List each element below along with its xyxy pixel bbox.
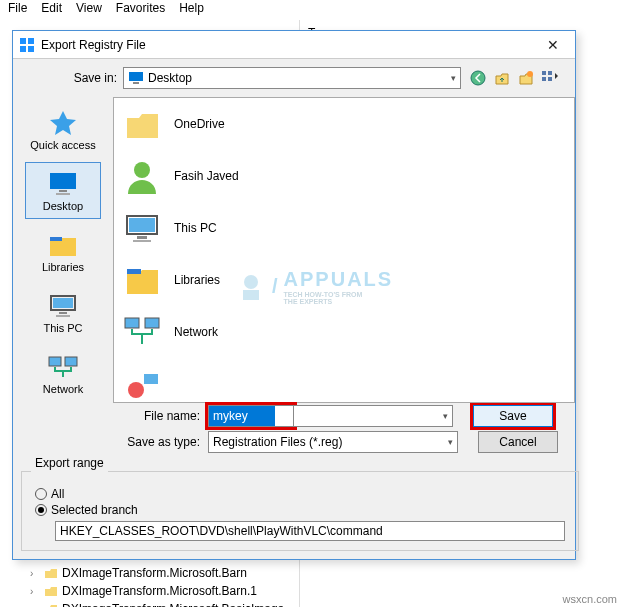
- list-item[interactable]: Network: [114, 306, 574, 358]
- expand-icon[interactable]: ›: [30, 604, 40, 608]
- list-item[interactable]: This PC: [114, 202, 574, 254]
- list-item[interactable]: Libraries: [114, 254, 574, 306]
- item-label: Fasih Javed: [174, 169, 239, 183]
- expand-icon[interactable]: ›: [30, 586, 40, 597]
- folder-icon: [44, 603, 58, 607]
- radio-icon: [35, 504, 47, 516]
- svg-rect-19: [56, 315, 70, 317]
- network-icon: [122, 312, 162, 352]
- desktop-icon: [128, 71, 144, 85]
- save-in-label: Save in:: [13, 71, 123, 85]
- item-label: This PC: [174, 221, 217, 235]
- svg-rect-28: [125, 318, 139, 328]
- close-icon: ✕: [547, 37, 559, 53]
- menu-help[interactable]: Help: [179, 1, 204, 15]
- pc-icon: [122, 208, 162, 248]
- network-icon: [47, 353, 79, 381]
- svg-rect-25: [137, 236, 147, 239]
- menu-edit[interactable]: Edit: [41, 1, 62, 15]
- dialog-form: File name: ▾ Save Save as type: Registra…: [13, 403, 575, 463]
- filename-input-wrap: [208, 405, 294, 427]
- view-menu-button[interactable]: [541, 69, 559, 87]
- svg-rect-11: [548, 77, 552, 81]
- star-icon: [47, 109, 79, 137]
- save-in-value: Desktop: [148, 71, 192, 85]
- item-label: Network: [174, 325, 218, 339]
- new-folder-icon: [518, 70, 534, 86]
- svg-rect-18: [59, 312, 67, 314]
- svg-rect-27: [127, 269, 141, 274]
- chevron-down-icon: ▾: [451, 73, 456, 83]
- radio-all[interactable]: All: [35, 487, 565, 501]
- svg-rect-3: [28, 46, 34, 52]
- chevron-down-icon: ▾: [443, 411, 448, 421]
- list-item[interactable]: Fasih Javed: [114, 150, 574, 202]
- folder-icon: [122, 104, 162, 144]
- savetype-label: Save as type:: [13, 435, 208, 449]
- svg-point-30: [128, 382, 144, 398]
- export-registry-dialog: Export Registry File ✕ Save in: Desktop …: [12, 30, 576, 560]
- close-button[interactable]: ✕: [531, 31, 575, 59]
- menu-file[interactable]: File: [8, 1, 27, 15]
- regedit-icon: [19, 37, 35, 53]
- filename-label: File name:: [13, 409, 208, 423]
- new-folder-button[interactable]: [517, 69, 535, 87]
- svg-rect-10: [548, 71, 552, 75]
- svg-rect-0: [20, 38, 26, 44]
- svg-rect-8: [542, 71, 546, 75]
- nav-quick-access[interactable]: Quick access: [25, 101, 101, 158]
- expand-icon[interactable]: ›: [30, 568, 40, 579]
- nav-label: Desktop: [43, 200, 83, 212]
- filename-input[interactable]: [209, 406, 275, 426]
- menu-view[interactable]: View: [76, 1, 102, 15]
- nav-this-pc[interactable]: This PC: [25, 284, 101, 341]
- radio-all-label: All: [51, 487, 64, 501]
- back-button[interactable]: [469, 69, 487, 87]
- up-button[interactable]: [493, 69, 511, 87]
- desktop-icon: [47, 170, 79, 198]
- nav-libraries[interactable]: Libraries: [25, 223, 101, 280]
- cancel-button[interactable]: Cancel: [478, 431, 558, 453]
- tree-item[interactable]: › DXImageTransform.Microsoft.Barn.1: [30, 582, 284, 600]
- folder-icon: [44, 585, 58, 597]
- tree-label: DXImageTransform.Microsoft.Barn: [62, 566, 247, 580]
- savetype-combo[interactable]: Registration Files (*.reg) ▾: [208, 431, 458, 453]
- libraries-icon: [122, 260, 162, 300]
- svg-rect-12: [50, 173, 76, 189]
- nav-label: This PC: [43, 322, 82, 334]
- folder-icon: [44, 567, 58, 579]
- radio-selected-branch[interactable]: Selected branch: [35, 503, 565, 517]
- svg-rect-4: [129, 72, 143, 81]
- nav-network[interactable]: Network: [25, 345, 101, 402]
- svg-rect-15: [50, 237, 62, 241]
- svg-rect-31: [144, 374, 158, 384]
- tree-item[interactable]: › DXImageTransform.Microsoft.BasicImage: [30, 600, 284, 607]
- item-icon: [122, 364, 162, 403]
- tree-label: DXImageTransform.Microsoft.BasicImage: [62, 602, 284, 607]
- svg-rect-5: [133, 82, 139, 84]
- svg-rect-20: [49, 357, 61, 366]
- libraries-icon: [47, 231, 79, 259]
- item-label: OneDrive: [174, 117, 225, 131]
- svg-rect-13: [59, 190, 67, 192]
- list-item[interactable]: [114, 358, 574, 403]
- svg-rect-14: [56, 193, 70, 195]
- svg-point-6: [471, 71, 485, 85]
- dialog-title: Export Registry File: [41, 38, 531, 52]
- registry-tree: › DXImageTransform.Microsoft.Barn › DXIm…: [30, 564, 284, 607]
- view-menu-icon: [541, 70, 559, 86]
- radio-selected-label: Selected branch: [51, 503, 138, 517]
- svg-rect-21: [65, 357, 77, 366]
- svg-rect-17: [53, 298, 73, 308]
- tree-item[interactable]: › DXImageTransform.Microsoft.Barn: [30, 564, 284, 582]
- svg-rect-24: [129, 218, 155, 232]
- list-item[interactable]: OneDrive: [114, 98, 574, 150]
- branch-path-input[interactable]: [55, 521, 565, 541]
- file-list[interactable]: OneDrive Fasih Javed This PC Libraries N…: [113, 97, 575, 403]
- svg-rect-26: [133, 240, 151, 242]
- save-in-combo[interactable]: Desktop ▾: [123, 67, 461, 89]
- save-button[interactable]: Save: [473, 405, 553, 427]
- menu-favorites[interactable]: Favorites: [116, 1, 165, 15]
- nav-desktop[interactable]: Desktop: [25, 162, 101, 219]
- filename-combo[interactable]: ▾: [293, 405, 453, 427]
